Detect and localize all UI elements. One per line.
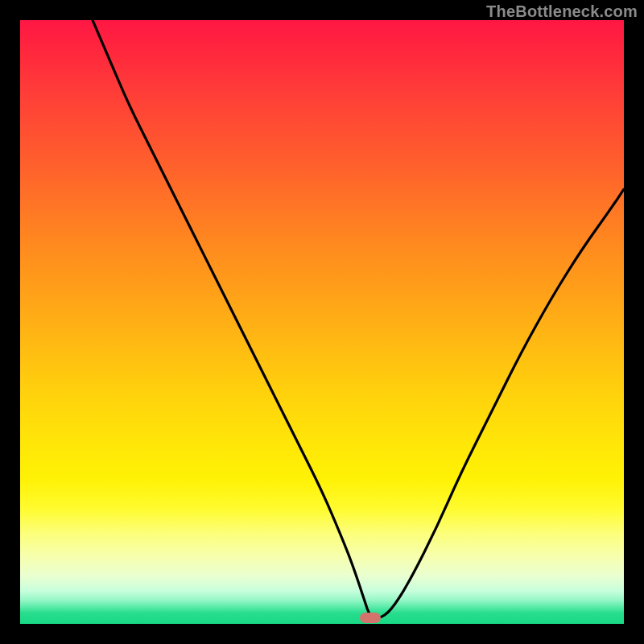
watermark-text: TheBottleneck.com [486,2,638,21]
chart-frame: TheBottleneck.com [0,0,644,644]
curve-svg [20,20,624,624]
plot-area [20,20,624,624]
optimum-marker [360,613,381,623]
bottleneck-curve [93,20,624,618]
